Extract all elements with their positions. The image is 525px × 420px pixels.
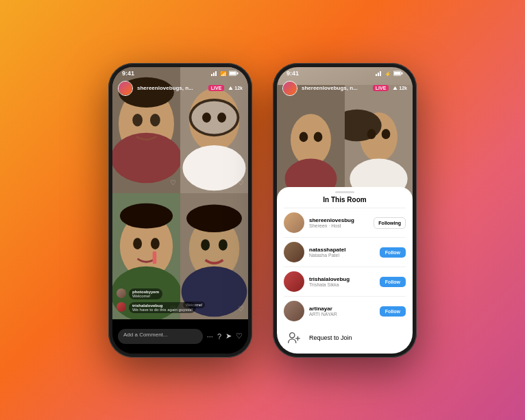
svg-point-43: [300, 132, 308, 142]
user-avatar-3: [284, 301, 304, 321]
bottom-sheet: In This Room shereenlovesbug Shereen · H…: [277, 187, 413, 353]
sheet-handle: [335, 191, 354, 193]
wifi-icon-2: ⚡: [384, 71, 391, 76]
user-handle-0: shereenlovesbug: [309, 217, 369, 223]
time-1: 9:41: [122, 70, 134, 77]
request-row[interactable]: Request to Join: [277, 322, 413, 354]
chat-avatar-1: [117, 288, 126, 298]
user-info-0: shereenlovesbug Shereen · Host: [309, 217, 369, 228]
user-handle-3: artinayar: [309, 306, 375, 312]
svg-rect-26: [153, 251, 157, 263]
svg-rect-6: [230, 72, 236, 75]
phone-1-screen: 9:41 📶: [112, 67, 248, 354]
user-subname-3: ARTI NAYAR: [309, 312, 375, 317]
user-avatar-1: [284, 242, 304, 262]
live-badge-2: LIVE: [373, 85, 389, 91]
svg-point-23: [133, 238, 142, 249]
chat-username-1: photosbyyem: [132, 290, 159, 294]
svg-text:⚡: ⚡: [384, 71, 391, 76]
signal-icon-2: [376, 71, 382, 76]
chat-message-1: Welcome!: [132, 294, 159, 298]
svg-point-11: [150, 114, 160, 126]
phone-1: 9:41 📶: [108, 63, 252, 358]
svg-point-49: [367, 129, 376, 139]
svg-rect-0: [211, 74, 212, 76]
chat-message-2: We have to do this again guysss!: [132, 308, 193, 312]
user-handle-1: natasshapatel: [309, 247, 375, 253]
live-badge-1: LIVE: [208, 85, 225, 91]
chat-bubble-1: photosbyyem Welcome!: [129, 288, 162, 299]
user-item-1: natasshapatel Natasha Patel Follow: [284, 238, 406, 267]
host-avatar-1: [118, 81, 133, 96]
status-bar-1: 9:41 📶: [112, 67, 248, 78]
svg-point-17: [183, 145, 246, 190]
user-info-3: artinayar ARTI NAYAR: [309, 306, 375, 317]
status-icons-1: 📶: [211, 71, 239, 76]
status-icons-2: ⚡: [376, 71, 403, 76]
request-label: Request to Join: [309, 334, 352, 341]
svg-rect-1: [213, 73, 215, 76]
user-item-0: shereenlovesbug Shereen · Host Following: [284, 208, 406, 238]
svg-rect-33: [376, 74, 377, 76]
svg-rect-34: [378, 73, 379, 76]
chat-avatar-2: [117, 302, 126, 312]
follow-btn-0[interactable]: Following: [374, 217, 406, 229]
svg-point-25: [120, 203, 173, 228]
svg-point-41: [291, 114, 331, 166]
follow-btn-1[interactable]: Follow: [380, 247, 406, 258]
battery-icon-2: [393, 71, 403, 76]
svg-point-24: [151, 238, 160, 249]
more-icon[interactable]: ···: [207, 332, 213, 341]
video-grid-1: ♡ ♡: [112, 67, 248, 319]
chat-item-1: photosbyyem Welcome!: [117, 288, 244, 299]
user-handle-2: trishalalovebug: [309, 276, 375, 282]
svg-point-30: [201, 239, 210, 251]
svg-point-10: [132, 114, 143, 126]
svg-rect-38: [402, 72, 403, 74]
user-subname-0: Shereen · Host: [309, 223, 369, 228]
sheet-title: In This Room: [284, 196, 406, 208]
question-icon[interactable]: ?: [217, 332, 221, 341]
svg-rect-39: [394, 72, 400, 75]
user-list: shereenlovesbug Shereen · Host Following…: [277, 208, 413, 321]
svg-point-19: [217, 112, 226, 123]
svg-point-50: [382, 129, 391, 139]
heart-icon-bar[interactable]: ♡: [236, 332, 243, 341]
heart-cell-2: ♡: [238, 179, 244, 186]
svg-point-32: [186, 204, 242, 232]
svg-point-31: [219, 239, 228, 251]
live-header-2: shereenlovebugs, n... LIVE 12k: [277, 78, 413, 99]
user-subname-1: Natasha Patel: [309, 253, 375, 258]
chat-overlay: photosbyyem Welcome! trishalalovebug We …: [117, 288, 244, 316]
svg-rect-5: [237, 72, 239, 74]
svg-point-18: [202, 112, 211, 123]
status-bar-2: 9:41 ⚡: [277, 67, 413, 78]
viewer-count-2: 12k: [393, 86, 407, 90]
comment-input[interactable]: Add a Comment...: [118, 329, 203, 344]
user-item-2: trishalalovebug Trishala Sikka Follow: [284, 267, 406, 297]
chat-item-2: trishalalovebug We have to do this again…: [117, 302, 244, 313]
user-avatar-0: [284, 212, 304, 233]
svg-rect-16: [191, 101, 236, 134]
host-username-1: shereenlovebugs, n...: [137, 85, 204, 91]
svg-rect-35: [380, 71, 381, 76]
user-info-2: trishalalovebug Trishala Sikka: [309, 276, 375, 287]
host-avatar-2: [282, 81, 297, 96]
heart-cell-1: ♡: [170, 179, 176, 186]
video-behind: shereenlovebugs, n... LIVE 12k: [277, 67, 413, 205]
signal-icon: [211, 71, 218, 76]
follow-btn-2[interactable]: Follow: [380, 277, 406, 287]
send-icon[interactable]: ➤: [225, 332, 232, 341]
svg-point-44: [314, 132, 323, 142]
svg-point-51: [290, 332, 295, 337]
phone-2: 9:41 ⚡: [273, 63, 417, 358]
user-info-1: natasshapatel Natasha Patel: [309, 247, 375, 258]
host-username-2: shereenlovebugs, n...: [302, 85, 369, 91]
wifi-icon: 📶: [220, 71, 227, 76]
svg-rect-2: [215, 71, 217, 76]
follow-btn-3[interactable]: Follow: [380, 306, 406, 317]
phone-2-screen: 9:41 ⚡: [277, 67, 413, 354]
user-avatar-2: [284, 271, 304, 292]
viewer-count-1: 12k: [228, 86, 243, 90]
bottom-bar-1: Add a Comment... ··· ? ➤ ♡: [112, 319, 248, 354]
